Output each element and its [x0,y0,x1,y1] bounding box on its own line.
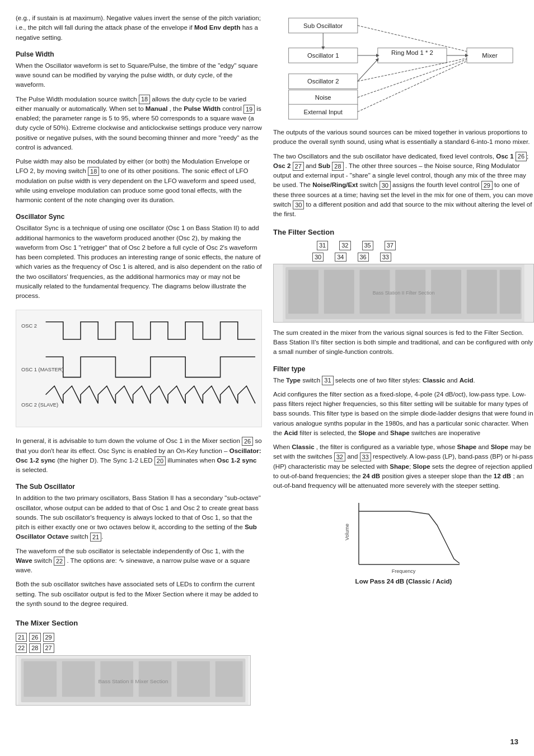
mixer-num-28: 28 [29,643,40,652]
svg-rect-9 [177,661,210,697]
sub-osc-p1: In addition to the two primary oscillato… [16,493,262,542]
sub-osc-heading: The Sub Oscillator [16,483,262,491]
filter-acid-p1: Acid configures the filter section as a … [273,390,534,438]
mixer-image: Bass Station II Mixer Section [16,655,251,706]
svg-rect-5 [24,661,57,697]
sub-osc-num2: 22 [54,557,65,566]
pulse-width-p1: When the Oscillator waveform is set to S… [16,61,262,90]
filter-num-35: 35 [362,241,373,250]
svg-text:Noise: Noise [315,94,331,101]
mixer-num-27: 27 [43,643,54,652]
noise-ring-num: 30 [380,181,391,190]
filter-type-num: 31 [322,376,333,385]
filter-numbers: 31 32 35 37 30 34 36 33 [312,241,534,262]
svg-text:OSC 2: OSC 2 [21,323,37,329]
svg-text:Sub Oscillator: Sub Oscillator [303,22,343,29]
lowpass-chart-container: Volume Frequency Low Pass 24 dB (Classic… [273,497,534,585]
pw-num2: 19 [243,105,255,114]
svg-text:External Input: External Input [303,109,343,115]
classic-p1: When Classic , the filter is configured … [273,442,534,491]
waveform-diagram: OSC 2 OSC 1 (MASTER) OSC 2 (SLAVE) [16,310,262,427]
pw-num3: 18 [88,167,99,176]
mixer-num-21: 21 [16,633,27,642]
svg-text:Oscillator 1: Oscillator 1 [307,52,339,59]
page-content: (e.g., if sustain is at maximum). Negati… [0,0,534,719]
osc-sync-heading: Oscillator Sync [16,213,262,221]
svg-line-31 [358,61,467,111]
right-column: Sub Oscillator Oscillator 1 Ring Mod 1 *… [273,13,534,706]
pulse-width-p3: Pulse width may also be modulated by eit… [16,157,262,205]
svg-line-33 [358,26,467,52]
filter-num-33: 33 [380,253,391,262]
filter-num-30: 30 [312,253,324,262]
sub-osc-num: 21 [90,533,101,542]
svg-text:Mixer: Mixer [482,52,498,59]
sub-num: 28 [332,162,343,171]
level-ctrl-num: 29 [481,181,493,190]
lowpass-label: Low Pass 24 dB (Classic / Acid) [355,578,452,585]
svg-text:OSC 1 (MASTER): OSC 1 (MASTER) [21,367,64,372]
sync-num2: 20 [154,456,166,465]
filter-image: Bass Station II Filter Section [273,264,534,323]
svg-rect-37 [324,270,354,314]
classic-num1: 32 [334,452,345,461]
sub-osc-p3: Both the sub oscillator switches have as… [16,580,262,609]
left-column: (e.g., if sustain is at maximum). Negati… [16,13,273,706]
signal-text-p2: The two Oscillators and the sub oscillat… [273,152,534,220]
svg-text:Bass Station II Filter Section: Bass Station II Filter Section [373,290,435,296]
svg-rect-36 [288,270,318,314]
svg-text:Ring Mod 1 * 2: Ring Mod 1 * 2 [391,49,433,56]
osc2-num: 27 [293,162,304,171]
filter-num-34: 34 [335,253,346,262]
svg-rect-40 [431,270,461,314]
svg-line-30 [358,59,467,97]
mixer-num-26: 26 [29,633,40,642]
switch-num: 30 [293,200,304,209]
osc1-num: 26 [516,152,527,161]
lowpass-chart: Volume Frequency [342,497,465,576]
svg-rect-10 [216,661,243,697]
filter-num-31: 31 [317,241,328,250]
mixer-numbers: 21 26 29 22 28 27 [16,633,262,653]
pulse-width-heading: Pulse Width [16,50,262,58]
svg-text:Volume: Volume [344,524,350,540]
intro-paragraph: (e.g., if sustain is at maximum). Negati… [16,13,262,43]
svg-text:Frequency: Frequency [392,568,416,574]
osc-sync-p1: Oscillator Sync is a technique of using … [16,223,262,301]
mixer-heading: The Mixer Section [16,619,262,627]
svg-rect-42 [500,270,521,314]
mixer-num-29: 29 [43,633,54,642]
filter-text-p1: The sum created in the mixer from the va… [273,328,534,357]
filter-num-32: 32 [339,241,350,250]
filter-heading: The Filter Section [273,228,534,236]
filter-num-37: 37 [385,241,396,250]
filter-type-p1: The Type switch 31 selects one of two fi… [273,376,534,385]
svg-rect-6 [62,661,95,697]
filter-type-heading: Filter type [273,365,534,373]
svg-line-28 [358,59,378,81]
classic-num2: 33 [360,452,371,461]
signal-text-p1: The outputs of the various sound sources… [273,128,534,147]
svg-text:Bass Station II Mixer Section: Bass Station II Mixer Section [99,678,168,684]
signal-flow-diagram: Sub Oscillator Oscillator 1 Ring Mod 1 *… [273,13,534,120]
page-number: 13 [510,738,518,746]
sub-osc-p2: The waveform of the sub oscillator is se… [16,547,262,576]
sync-num1: 26 [242,437,253,446]
mixer-num-22: 22 [16,643,27,652]
filter-num-36: 36 [358,253,369,262]
sync-paragraph: In general, it is advisable to turn down… [16,436,262,475]
pw-num1: 18 [139,95,150,104]
pulse-width-p2: The Pulse Width modulation source switch… [16,95,262,153]
svg-rect-41 [467,270,497,314]
svg-text:Oscillator 2: Oscillator 2 [307,78,339,85]
svg-text:OSC 2 (SLAVE): OSC 2 (SLAVE) [21,402,58,408]
